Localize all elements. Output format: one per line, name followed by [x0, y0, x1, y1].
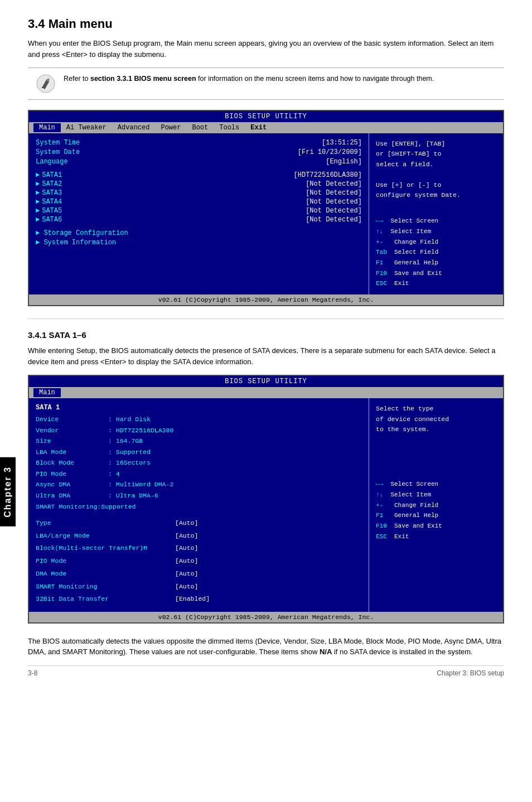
bios-main-help: Use [ENTER], [TAB] or [SHIFT-TAB] to sel… [376, 139, 496, 200]
bios-sata2-label: SATA2 [42, 180, 62, 188]
bios-menu-advanced: Advanced [112, 123, 156, 132]
bios-storage-config: Storage Configuration [43, 229, 128, 237]
bios-main-left: System Time [13:51:25] System Date [Fri … [29, 133, 369, 294]
bios-sata1-label: SATA1 [42, 171, 62, 179]
bios-sata5-label: SATA5 [42, 207, 62, 215]
bios-sata-group: ► SATA1 [HDT722516DLA380] ► SATA2 [Not D… [36, 171, 362, 224]
bios-sata1-value: [HDT722516DLA380] [294, 171, 362, 179]
section-34-description: When you enter the BIOS Setup program, t… [28, 38, 504, 60]
bios-main-title: BIOS SETUP UTILITY [29, 111, 503, 122]
bios-menu-main: Main [33, 123, 61, 132]
bios-main-right: Use [ENTER], [TAB] or [SHIFT-TAB] to sel… [369, 133, 503, 294]
bios-sata-device-info: Device: Hard Disk Vendor: HDT722516DLA38… [36, 414, 362, 512]
bios-sata-screen: BIOS SETUP UTILITY Main SATA 1 Device: H… [28, 375, 504, 624]
bios-system-info: System Information [43, 239, 116, 247]
section-341-heading: 3.4.1 SATA 1–6 [28, 330, 504, 340]
section-divider [28, 318, 504, 319]
page-footer: 3-8 Chapter 3: BIOS setup [28, 665, 504, 677]
bios-sata4-label: SATA4 [42, 198, 62, 206]
bios-main-menubar: Main Ai Tweaker Advanced Power Boot Tool… [29, 122, 503, 133]
note-text-34: Refer to section 3.3.1 BIOS menu screen … [64, 74, 434, 84]
bios-sata4-value: [Not Detected] [306, 198, 362, 206]
bios-menu-tools: Tools [214, 123, 245, 132]
bios-main-footer: v02.61 (C)Copyright 1985-2009, American … [29, 294, 503, 305]
bios-sata3-value: [Not Detected] [306, 189, 362, 197]
footer-page-number: 3-8 [28, 669, 37, 677]
bios-sata-config-items: Type [Auto] LBA/Large Mode [Auto] Block(… [36, 518, 362, 605]
bios-sata-footer: v02.61 (C)Copyright 1985-2009, American … [29, 612, 503, 622]
bios-menu-power: Power [155, 123, 186, 132]
bios-sata-help: Select the type of device connected to t… [376, 404, 496, 434]
bios-main-screen: BIOS SETUP UTILITY Main Ai Tweaker Advan… [28, 110, 504, 306]
chapter-sidebar: Chapter 3 [0, 457, 16, 526]
bios-sata-body: SATA 1 Device: Hard Disk Vendor: HDT7225… [29, 398, 503, 612]
bios-sata-title: BIOS SETUP UTILITY [29, 376, 503, 387]
note-box-34: Refer to section 3.3.1 BIOS menu screen … [28, 67, 504, 100]
bios-sata-left: SATA 1 Device: Hard Disk Vendor: HDT7225… [29, 398, 369, 612]
note-icon [36, 74, 56, 94]
bios-system-time-value: [13:51:25] [322, 139, 362, 147]
bios-main-body: System Time [13:51:25] System Date [Fri … [29, 133, 503, 294]
bios-system-time-label: System Time [36, 139, 80, 147]
bios-sata6-label: SATA6 [42, 216, 62, 224]
bios-main-keys: ←→ Select Screen ↑↓ Select Item +- Chang… [376, 216, 496, 289]
section-341-footer-text: The BIOS automatically detects the value… [28, 636, 504, 658]
bios-sata5-value: [Not Detected] [306, 207, 362, 215]
bios-system-info-group: System Time [13:51:25] System Date [Fri … [36, 139, 362, 166]
bios-submenu-group: ► Storage Configuration ► System Informa… [36, 229, 362, 247]
bios-sata2-value: [Not Detected] [306, 180, 362, 188]
section-34-heading: 3.4 Main menu [28, 17, 504, 31]
bios-menu-boot: Boot [186, 123, 214, 132]
bios-sata-section-label: SATA 1 [36, 404, 362, 412]
section-341-description: While entering Setup, the BIOS automatic… [28, 345, 504, 367]
bios-sata3-label: SATA3 [42, 189, 62, 197]
bios-menu-aitweaker: Ai Tweaker [61, 123, 112, 132]
bios-sata-right: Select the type of device connected to t… [369, 398, 503, 612]
bios-language-label: Language [36, 158, 68, 166]
bios-sata-menubar: Main [29, 387, 503, 398]
footer-chapter: Chapter 3: BIOS setup [437, 669, 504, 677]
bios-sata-menu-main: Main [33, 388, 61, 397]
bios-sata6-value: [Not Detected] [306, 216, 362, 224]
bios-menu-exit: Exit [245, 123, 272, 132]
bios-language-value: [English] [326, 158, 362, 166]
bios-system-date-value: [Fri 10/23/2009] [298, 148, 362, 156]
bios-system-date-label: System Date [36, 148, 80, 156]
bios-sata-keys: ←→ Select Screen ↑↓ Select Item +- Chang… [376, 479, 496, 542]
